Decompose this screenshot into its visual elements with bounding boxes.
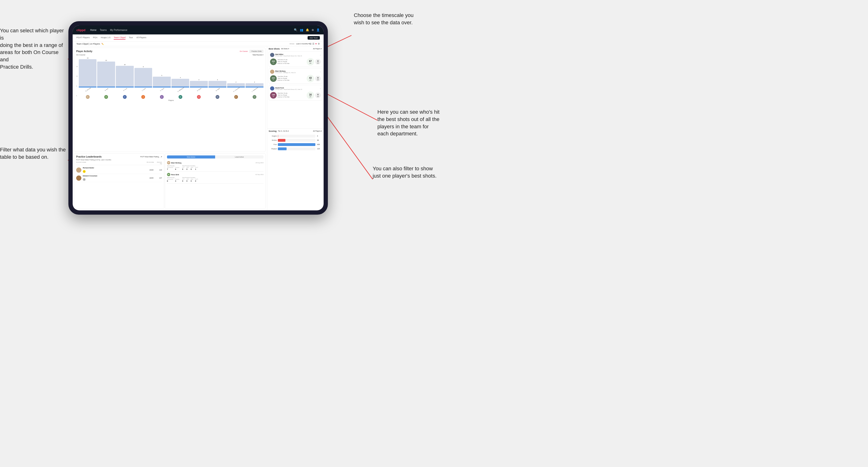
bell-icon[interactable]: 🔔	[306, 28, 309, 32]
nav-icons: 🔍 👥 🔔 ⊕ 👤	[294, 28, 320, 32]
add-team-button[interactable]: Add Team	[308, 36, 320, 40]
show-label: Show:	[289, 43, 294, 45]
user-icon[interactable]: 👤	[316, 28, 320, 32]
shot-player-name-mcharg: Blair McHarg	[275, 70, 319, 72]
active-player-header-mcharg: BM Blair McHarg 26 Aug 2023	[167, 161, 264, 164]
practice-dropdown[interactable]: PUTT Must Make Putting ... ▾	[140, 156, 162, 158]
main-content: Player Activity On Course Practice Drill…	[73, 46, 323, 210]
heart-view-icon[interactable]: ♥	[315, 42, 317, 45]
shot-entry-mcharg[interactable]: Blair McHarg 23 Jul 2023 · Ashridge GC, …	[269, 68, 322, 84]
tab-all-players[interactable]: All Players	[136, 36, 147, 40]
time-filter-dropdown[interactable]: Last 3 months ▾	[296, 43, 309, 45]
score-crossman: 18/20	[144, 177, 154, 179]
shot-avatar-miller	[270, 53, 274, 57]
tab-team-clippd[interactable]: Team Clippd	[114, 36, 125, 40]
practice-row-butler: Richard Butler 1 19/20 110	[76, 166, 162, 174]
stats-activities-mcharg: Total Practice Activities GTT 0 APP	[182, 165, 198, 170]
player-name-crossman: Edward Crossman	[83, 175, 143, 177]
on-course-toggle[interactable]: On Course	[238, 50, 250, 53]
shot-chevron-ford[interactable]: ›	[320, 87, 321, 90]
edit-icon[interactable]: ✏️	[101, 43, 104, 45]
avatar-coles: JC	[141, 95, 145, 99]
y-label-15: 15	[76, 66, 78, 67]
annotation-top-right: Choose the timescale youwish to see the …	[354, 12, 413, 26]
shot-player-sub-miller: 09 Jun 2023 · Royal North Devon GC, Hole…	[275, 55, 319, 57]
avg-butler: 110	[155, 169, 162, 171]
scoring-row-eagles: Eagles 3	[269, 135, 322, 137]
nav-links: Home Teams My Performance	[90, 29, 294, 31]
practice-table-header: PLAYER NAME PB SCORE PB AVG SQ	[76, 161, 162, 165]
annotation-bottom-right-top: Here you can see who's hitthe best shots…	[377, 108, 439, 137]
scoring-bar-birdies	[278, 139, 285, 142]
nav-link-teams[interactable]: Teams	[100, 29, 106, 31]
shots-filter-players[interactable]: All Players ▾	[313, 48, 322, 50]
sub-nav: PGAT Players PGA Hcaps 1-5 Team Clippd T…	[73, 34, 323, 41]
shot-entry-ford[interactable]: David Ford 24 Aug 2023 · Royal North Dev…	[269, 85, 322, 100]
activity-toggle: On Course Practice Drills	[238, 50, 264, 53]
scoring-title: Scoring	[269, 130, 277, 132]
bar-b-britt[interactable]: 12	[97, 60, 115, 88]
shot-zero-mcharg: 0 yds	[315, 76, 321, 81]
grid-view-icon[interactable]: ⊞	[309, 42, 311, 45]
shot-player-info-mcharg: Blair McHarg 23 Jul 2023 · Ashridge GC, …	[275, 70, 319, 73]
tab-hcaps[interactable]: Hcaps 1-5	[101, 36, 111, 40]
player-info-butler: Richard Butler 1	[83, 167, 143, 173]
shot-player-sub-mcharg: 23 Jul 2023 · Ashridge GC, Hole 15	[275, 72, 319, 73]
shot-badge-miller: 200 SG	[270, 59, 277, 65]
shot-entry-miller[interactable]: Matt Miller 09 Jun 2023 · Royal North De…	[269, 52, 322, 67]
active-player-mcharg: BM Blair McHarg 26 Aug 2023 Total Rounds	[167, 160, 264, 172]
stats-practice-britt: 4	[175, 180, 179, 182]
bar-r-butler[interactable]: 3	[190, 79, 208, 88]
settings-view-icon[interactable]: ⚙	[318, 42, 320, 45]
avatar-miller: MM	[216, 95, 219, 99]
shot-player-info-ford: David Ford 24 Aug 2023 · Royal North Dev…	[275, 87, 319, 90]
nav-link-performance[interactable]: My Performance	[110, 29, 127, 31]
chart-filter-dropdown[interactable]: Total Rounds ▾	[252, 54, 264, 56]
shot-chevron-miller[interactable]: ›	[320, 54, 321, 56]
active-avatar-mcharg: BM	[167, 161, 170, 164]
tab-tour[interactable]: Tour	[129, 36, 133, 40]
bar-b-mcharg[interactable]: 13	[79, 57, 97, 88]
chart-section-label: On Course	[76, 54, 85, 56]
active-player-header-britt: RB Rees Britt 02 Sep 2023	[167, 173, 264, 176]
scoring-bar-wrap-birdies	[278, 139, 315, 142]
tab-pgat[interactable]: PGAT Players	[76, 36, 90, 40]
scoring-filter-pars[interactable]: Par 3, 4 & 5s ▾	[278, 130, 289, 132]
bar-chart: 13 12	[79, 57, 264, 88]
practice-row-crossman: Edward Crossman 2 18/20 107	[76, 174, 162, 182]
shot-details-mcharg: 200 SG Shot Dist: 43 ydsStart Lie: Rough…	[270, 75, 321, 82]
shot-player-row-ford: David Ford 24 Aug 2023 · Royal North Dev…	[270, 86, 321, 91]
scoring-bar-chart: Eagles 3 Birdies 96	[269, 134, 322, 150]
most-active-tab[interactable]: Most Active	[167, 155, 215, 158]
tab-pga[interactable]: PGA	[93, 36, 97, 40]
bottom-row: Practice Leaderboards PUTT Must Make Put…	[74, 153, 266, 209]
scoring-bar-pars	[278, 143, 315, 146]
show-filter: Show: Last 3 months ▾	[289, 43, 309, 45]
shot-player-name-ford: David Ford	[275, 87, 319, 89]
shots-title: Best Shots	[269, 48, 280, 50]
annotation-top-left: You can select which player isdoing the …	[0, 27, 68, 71]
team-header: Team Clippd | 14 Players ✏️ Show: Last 3…	[73, 41, 323, 46]
bar-d-ford[interactable]: 10	[116, 64, 134, 88]
shot-zero-ford: 0 yds	[315, 92, 321, 98]
shot-details-ford: 198 SG Shot Dist: 16 ydsStart Lie: Rough…	[270, 92, 321, 99]
shot-player-info-miller: Matt Miller 09 Jun 2023 · Royal North De…	[275, 54, 319, 57]
rank-badge-crossman: 2	[83, 178, 86, 181]
nav-link-home[interactable]: Home	[90, 29, 96, 31]
player-name-butler: Richard Butler	[83, 167, 143, 168]
least-active-tab[interactable]: Least Active	[215, 155, 264, 158]
avg-crossman: 107	[155, 177, 162, 179]
shot-player-row-mcharg: Blair McHarg 23 Jul 2023 · Ashridge GC, …	[270, 69, 321, 74]
plus-icon[interactable]: ⊕	[312, 28, 314, 32]
practice-drills-toggle[interactable]: Practice Drills	[250, 50, 264, 53]
active-avatar-britt: RB	[167, 173, 170, 176]
scoring-filter-players[interactable]: All Players ▾	[313, 130, 322, 132]
shot-chevron-mcharg[interactable]: ›	[320, 70, 321, 73]
shots-filter-type[interactable]: All Shots ▾	[281, 48, 289, 50]
list-view-icon[interactable]: ☰	[312, 42, 314, 45]
users-icon[interactable]: 👥	[300, 28, 303, 32]
chart-area: On Course Total Rounds ▾ 15 10 5 0	[76, 54, 264, 101]
stats-practice-mcharg: 6	[175, 168, 179, 170]
search-icon[interactable]: 🔍	[294, 28, 298, 32]
tablet-frame: clippd Home Teams My Performance 🔍 👥 🔔 ⊕…	[68, 21, 328, 215]
